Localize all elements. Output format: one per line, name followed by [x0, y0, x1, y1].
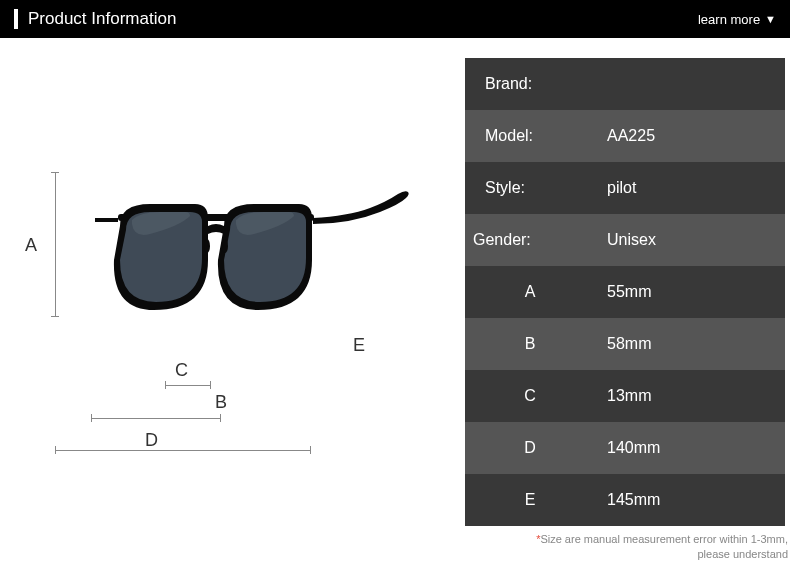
tick: [310, 446, 311, 454]
measure-line-b: [91, 418, 221, 419]
dim-label-d: D: [145, 430, 158, 451]
spec-row: Gender: Unisex: [465, 214, 785, 266]
spec-value: AA225: [595, 127, 785, 145]
spec-value: 140mm: [595, 439, 785, 457]
learn-more-label: learn more: [698, 12, 760, 27]
accent-bar: [14, 9, 18, 29]
chevron-down-icon: ▼: [765, 13, 776, 25]
spec-row: E 145mm: [465, 474, 785, 526]
tick: [91, 414, 92, 422]
learn-more-link[interactable]: learn more ▼: [698, 12, 776, 27]
measure-line-d: [55, 450, 311, 451]
disclaimer-text: *Size are manual measurement error withi…: [465, 526, 790, 563]
spec-row: D 140mm: [465, 422, 785, 474]
header-bar: Product Information learn more ▼: [0, 0, 790, 38]
dim-label-e: E: [353, 335, 365, 356]
spec-label: A: [465, 283, 595, 301]
content-area: A C B D E Brand:: [0, 38, 790, 563]
spec-label: C: [465, 387, 595, 405]
spec-label: Model:: [465, 127, 595, 145]
tick: [165, 381, 166, 389]
diagram-area: A C B D E: [15, 160, 435, 500]
header-left: Product Information: [14, 9, 176, 29]
spec-label: Gender:: [465, 231, 595, 249]
measure-line-c: [165, 385, 211, 386]
dim-label-b: B: [215, 392, 227, 413]
tick: [220, 414, 221, 422]
spec-panel: Brand: Model: AA225 Style: pilot Gender:…: [465, 58, 790, 563]
tick: [51, 316, 59, 317]
spec-label: D: [465, 439, 595, 457]
dim-label-a: A: [25, 235, 37, 256]
tick: [210, 381, 211, 389]
spec-value: 13mm: [595, 387, 785, 405]
page-title: Product Information: [28, 9, 176, 29]
spec-row: A 55mm: [465, 266, 785, 318]
spec-label: E: [465, 491, 595, 509]
svg-point-2: [222, 239, 228, 253]
tick: [51, 172, 59, 173]
spec-value: Unisex: [595, 231, 785, 249]
svg-point-1: [204, 239, 210, 253]
spec-value: pilot: [595, 179, 785, 197]
spec-label: B: [465, 335, 595, 353]
measure-line-a: [55, 172, 56, 317]
tick: [55, 446, 56, 454]
spec-value: 145mm: [595, 491, 785, 509]
spec-value: 55mm: [595, 283, 785, 301]
diagram-panel: A C B D E: [5, 58, 445, 563]
spec-label: Style:: [465, 179, 595, 197]
spec-row: B 58mm: [465, 318, 785, 370]
spec-row: Brand:: [465, 58, 785, 110]
spec-table: Brand: Model: AA225 Style: pilot Gender:…: [465, 58, 785, 526]
spec-label: Brand:: [465, 75, 595, 93]
spec-row: C 13mm: [465, 370, 785, 422]
sunglasses-icon: [90, 190, 410, 350]
spec-row: Style: pilot: [465, 162, 785, 214]
spec-value: 58mm: [595, 335, 785, 353]
dim-label-c: C: [175, 360, 188, 381]
spec-row: Model: AA225: [465, 110, 785, 162]
